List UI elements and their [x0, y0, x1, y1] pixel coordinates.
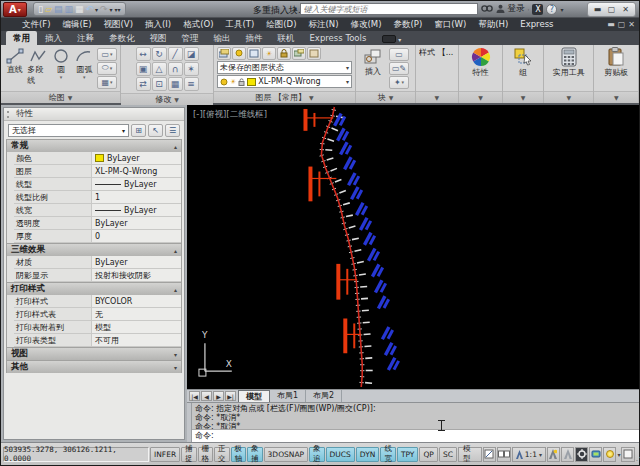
- panel-label-style[interactable]: ▼: [416, 91, 458, 103]
- help-dropdown-icon[interactable]: ▾: [560, 6, 563, 13]
- select-objects-icon[interactable]: ↖: [148, 124, 163, 137]
- property-value[interactable]: 不可用: [92, 334, 181, 346]
- help-icon[interactable]: ?: [546, 4, 557, 15]
- toggle-INFER[interactable]: INFER: [150, 447, 180, 462]
- open-folder-icon[interactable]: ▱: [45, 2, 52, 16]
- panel-label-clipboard[interactable]: ▼: [594, 91, 638, 103]
- layout-tab[interactable]: 布局1: [270, 390, 306, 403]
- palette-section-header[interactable]: 其他▾: [6, 360, 182, 373]
- menu-item-0[interactable]: 文件(F): [17, 18, 56, 31]
- menu-item-1[interactable]: 编辑(E): [58, 18, 97, 31]
- menu-item-12[interactable]: Express: [515, 18, 558, 31]
- application-menu-button[interactable]: A▾: [3, 2, 27, 17]
- toggle-SC[interactable]: SC: [439, 447, 457, 462]
- toggle-TPY[interactable]: TPY: [397, 447, 419, 462]
- ellipse-tool-icon[interactable]: ⬭▾: [97, 62, 117, 75]
- collapse-arrow-icon[interactable]: ▾: [174, 351, 177, 358]
- menu-item-8[interactable]: 修改(M): [345, 18, 386, 31]
- ribbon-tab[interactable]: 参数化: [102, 31, 142, 45]
- ribbon-tab[interactable]: 联机: [271, 31, 302, 45]
- palette-section-header[interactable]: 视图▾: [6, 347, 182, 360]
- style-dropdown[interactable]: 样式 【...: [419, 47, 453, 58]
- menu-item-6[interactable]: 绘图(D): [261, 18, 301, 31]
- property-value[interactable]: ByLayer: [92, 217, 181, 229]
- property-value[interactable]: 模型: [92, 321, 181, 333]
- collapse-arrow-icon[interactable]: ▴: [174, 143, 177, 150]
- palette-titlebar[interactable]: 特性: [4, 108, 184, 121]
- layer-state-dropdown[interactable]: 未保存的图层状态▾: [217, 61, 352, 74]
- scale-icon[interactable]: ⊡: [152, 77, 167, 91]
- search-input[interactable]: [300, 3, 478, 15]
- ribbon-state-control[interactable]: ▾: [382, 35, 401, 45]
- model-space-button[interactable]: 模型: [458, 447, 482, 462]
- polyline-tool[interactable]: 多段线: [27, 47, 48, 89]
- new-file-icon[interactable]: ▯: [38, 2, 43, 16]
- restore-button[interactable]: ▢: [605, 4, 618, 15]
- ribbon-tab[interactable]: 视图: [143, 31, 174, 45]
- doc-close-button[interactable]: ✕: [628, 20, 635, 29]
- clipboard-button[interactable]: 剪贴板: [600, 47, 632, 89]
- save-icon[interactable]: ▤: [54, 2, 63, 16]
- move-icon[interactable]: ↔: [136, 47, 151, 61]
- panel-label-modify[interactable]: 修改▼: [121, 93, 213, 105]
- join-icon[interactable]: ≡: [184, 77, 199, 91]
- toggle-对象捕捉[interactable]: 对象捕捉: [247, 447, 263, 462]
- property-value[interactable]: 0: [92, 230, 181, 242]
- erase-icon[interactable]: ◪: [184, 47, 199, 61]
- menu-item-3[interactable]: 插入(I): [140, 18, 176, 31]
- property-value[interactable]: ByLayer: [92, 204, 181, 216]
- ribbon-tab[interactable]: 注释: [70, 31, 101, 45]
- clean-screen-button[interactable]: [621, 447, 634, 462]
- property-value[interactable]: 1: [92, 191, 181, 203]
- toggle-对象追踪[interactable]: 对象追踪: [309, 447, 325, 462]
- menu-item-5[interactable]: 工具(T): [220, 18, 259, 31]
- last-tab-icon[interactable]: ▶|: [225, 391, 236, 401]
- drawing-canvas[interactable]: [-][俯视][二维线框] YX: [187, 105, 639, 389]
- mirror-icon[interactable]: △: [152, 62, 167, 76]
- layout-tab[interactable]: 布局2: [306, 390, 342, 403]
- palette-section-header[interactable]: 打印样式▴: [6, 282, 182, 295]
- layer-off-icon[interactable]: [232, 47, 246, 60]
- circle-tool[interactable]: 圆▾: [51, 47, 72, 89]
- fillet-icon[interactable]: ∩: [168, 62, 183, 76]
- hatch-tool-icon[interactable]: ▦▾: [97, 76, 117, 89]
- group-button[interactable]: 组: [509, 47, 537, 89]
- rotate-icon[interactable]: ↻: [152, 47, 167, 61]
- ribbon-tab[interactable]: Express Tools: [303, 31, 374, 45]
- toggle-栅格[interactable]: 栅格: [198, 447, 214, 462]
- property-value[interactable]: BYCOLOR: [92, 295, 181, 307]
- hardware-acceleration-lightbulb-icon[interactable]: [603, 447, 616, 462]
- close-button[interactable]: ✕: [619, 4, 632, 15]
- binoculars-search-icon[interactable]: [481, 4, 493, 15]
- panel-label-utilities[interactable]: ▼: [544, 91, 593, 103]
- collapse-arrow-icon[interactable]: ▴: [174, 247, 177, 254]
- panel-label-block[interactable]: 块▼: [356, 91, 415, 103]
- layer-lock-icon[interactable]: [277, 47, 291, 60]
- toggle-捕捉[interactable]: 捕捉: [181, 447, 197, 462]
- quick-select-icon[interactable]: ☰: [165, 124, 180, 137]
- property-value[interactable]: 投射和接收阴影: [92, 269, 181, 281]
- ribbon-tab[interactable]: 插入: [38, 31, 69, 45]
- toolbar-lock-icon[interactable]: [589, 447, 602, 462]
- menu-item-2[interactable]: 视图(V): [99, 18, 138, 31]
- create-block-icon[interactable]: ▭: [389, 48, 409, 61]
- layer-properties-icon[interactable]: [217, 47, 231, 60]
- palette-section-header[interactable]: 三维效果▴: [6, 243, 182, 256]
- signin-dropdown-icon[interactable]: ·: [528, 6, 530, 13]
- selection-dropdown[interactable]: 无选择▾: [8, 124, 129, 137]
- property-value[interactable]: XL-PM-Q-Wrong: [92, 165, 181, 177]
- layer-dropdown[interactable]: ☀ XL-PM-Q-Wrong ▾: [217, 75, 352, 88]
- toggle-pickadd-icon[interactable]: ⊞: [131, 124, 146, 137]
- plot-icon[interactable]: ▦: [75, 2, 84, 16]
- panel-label-layers[interactable]: 图层 【常用】▼: [214, 91, 355, 103]
- minimize-button[interactable]: ▬: [591, 4, 604, 15]
- toggle-极轴[interactable]: 极轴: [231, 447, 247, 462]
- insert-block-button[interactable]: 插入: [359, 47, 387, 89]
- workspace-gear-icon[interactable]: [575, 447, 588, 462]
- annotation-scale-button[interactable]: 1:1▾: [512, 447, 546, 462]
- toggle-DYN[interactable]: DYN: [356, 447, 380, 462]
- quick-view-layouts-icon[interactable]: [497, 447, 511, 462]
- undo-dropdown-icon[interactable]: ▾: [95, 6, 98, 13]
- array-icon[interactable]: ▦: [168, 77, 183, 91]
- command-history[interactable]: 命令: 指定对角点或 [栏选(F)/圈围(WP)/圈交(CP)]:命令: *取消…: [192, 403, 639, 430]
